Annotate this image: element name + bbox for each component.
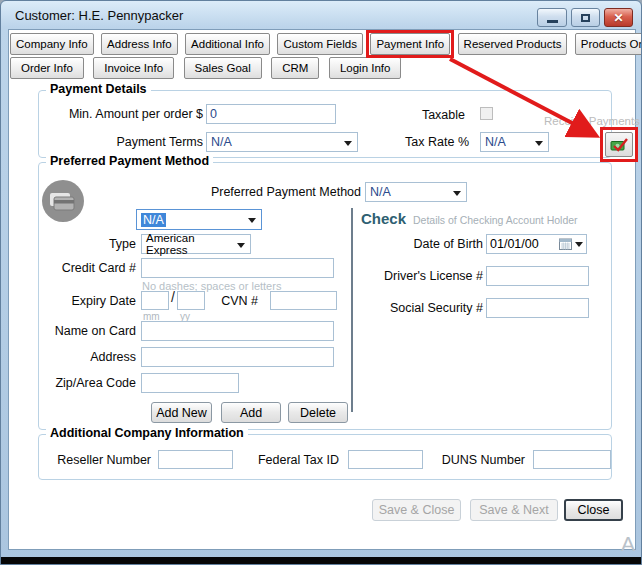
tab-order-info[interactable]: Order Info [10,57,84,79]
tab-crm[interactable]: CRM [271,57,319,79]
chevron-down-icon [248,218,256,223]
chevron-down-icon [237,243,245,248]
zip-area-code-label: Zip/Area Code [39,376,136,390]
delete-button[interactable]: Delete [288,402,348,423]
payment-details-group-title: Payment Details [46,82,151,96]
preferred-payment-group-title: Preferred Payment Method [46,154,213,168]
additional-company-group: Additional Company Information Reseller … [38,434,612,480]
minimize-icon [547,20,558,23]
card-address-label: Address [39,350,136,364]
saved-card-value: N/A [141,213,166,227]
min-amount-label: Min. Amount per order $ [39,107,203,121]
social-security-input[interactable] [486,298,589,318]
expiry-separator: / [171,289,175,305]
tab-invoice-info[interactable]: Invoice Info [93,57,174,79]
check-section-title: Check [361,210,406,227]
card-type-dropdown[interactable]: American Express [141,234,251,254]
tab-payment-info[interactable]: Payment Info [370,33,450,55]
drivers-license-input[interactable] [486,266,589,286]
calendar-icon [559,238,572,250]
preferred-method-dropdown[interactable]: N/A [365,182,467,202]
tab-additional-info[interactable]: Additional Info [185,33,270,55]
tab-sales-goal[interactable]: Sales Goal [184,57,262,79]
save-and-close-button[interactable]: Save & Close [372,499,461,521]
date-of-birth-value: 01/01/00 [490,237,539,251]
credit-card-number-label: Credit Card # [39,261,136,275]
taxable-label: Taxable [369,108,465,122]
tax-rate-dropdown[interactable]: N/A [480,132,549,152]
credit-card-icon [42,180,84,222]
chevron-down-icon [575,242,583,247]
tab-products-on-back-order[interactable]: Products On Back-Order [575,33,642,55]
date-of-birth-label: Date of Birth [369,237,483,251]
restore-button[interactable] [571,8,600,27]
tab-row-2: Order Info Invoice Info Sales Goal CRM L… [10,57,406,79]
tab-payment-info-label: Payment Info [376,38,444,50]
name-on-card-input[interactable] [141,321,334,341]
additional-company-group-title: Additional Company Information [46,426,248,440]
reseller-number-input[interactable] [158,450,233,469]
card-type-value: American Express [146,232,232,256]
bottom-black-bar [1,557,642,565]
dialog-content: Company Info Address Info Additional Inf… [8,29,636,550]
federal-tax-id-input[interactable] [348,450,423,469]
cvn-label: CVN # [189,294,258,308]
card-address-input[interactable] [141,347,334,367]
preferred-payment-group: Preferred Payment Method Preferred Payme… [38,162,612,430]
window-title: Customer: H.E. Pennypacker [15,8,183,23]
tab-reserved-products[interactable]: Reserved Products [458,33,568,55]
customer-dialog-window: Customer: H.E. Pennypacker ✕ Company Inf… [0,0,642,565]
tab-address-info[interactable]: Address Info [101,33,178,55]
payment-details-group: Payment Details Min. Amount per order $ … [38,90,612,158]
restore-icon [581,14,590,22]
card-type-label: Type [39,237,136,251]
payment-terms-value: N/A [211,135,232,149]
chevron-down-icon [535,141,543,146]
credit-card-number-input[interactable] [141,258,334,278]
name-on-card-label: Name on Card [39,324,136,338]
tab-custom-fields[interactable]: Custom Fields [277,33,363,55]
tax-rate-label: Tax Rate % [369,135,469,149]
add-button[interactable]: Add [221,402,281,423]
save-and-next-button[interactable]: Save & Next [470,499,558,521]
cvn-input[interactable] [270,291,337,310]
chevron-down-icon [453,191,461,196]
expiry-month-input[interactable] [141,291,169,310]
duns-number-input[interactable] [533,450,611,469]
duns-number-label: DUNS Number [434,453,525,467]
social-security-label: Social Security # [349,301,483,315]
watermark-letter: A [621,532,635,556]
window-close-button[interactable]: ✕ [604,8,633,27]
chevron-down-icon [344,141,352,146]
federal-tax-id-label: Federal Tax ID [249,453,339,467]
tax-rate-value: N/A [485,135,506,149]
expiry-date-label: Expiry Date [39,294,136,308]
reseller-number-label: Reseller Number [43,453,151,467]
drivers-license-label: Driver's License # [339,269,483,283]
close-icon: ✕ [613,12,623,24]
zip-area-code-input[interactable] [141,373,239,393]
payment-terms-label: Payment Terms [39,135,203,149]
tab-login-info[interactable]: Login Info [329,57,402,79]
close-button[interactable]: Close [564,499,623,521]
receive-payments-button[interactable] [605,132,633,157]
minimize-button[interactable] [537,8,567,27]
taxable-checkbox[interactable] [480,107,493,120]
date-of-birth-picker[interactable]: 01/01/00 [486,234,587,254]
receive-payments-money-check-icon [610,137,629,153]
payment-terms-dropdown[interactable]: N/A [206,132,358,152]
preferred-method-label: Preferred Payment Method [99,185,361,199]
tab-row-1: Company Info Address Info Additional Inf… [10,33,642,55]
add-new-button[interactable]: Add New [151,402,212,423]
check-section-subtitle: Details of Checking Account Holder [413,214,578,226]
min-amount-input[interactable] [206,104,336,124]
saved-card-dropdown[interactable]: N/A [136,209,262,230]
receive-payments-label: Receive Payments [544,115,640,127]
tab-company-info[interactable]: Company Info [10,33,94,55]
preferred-method-value: N/A [370,185,391,199]
